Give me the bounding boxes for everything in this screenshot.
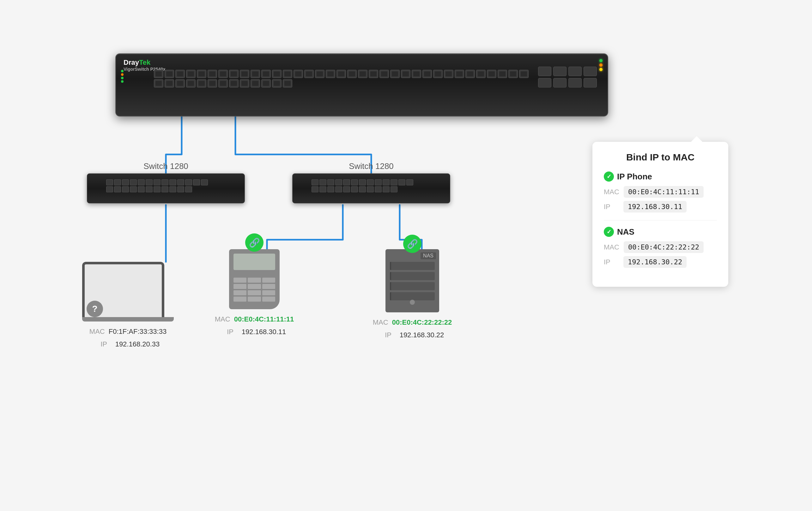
small-switch-1-port-14	[106, 186, 113, 192]
small-switch-1-port-11	[185, 179, 192, 185]
phone-device: 🔗 MAC 00:E0:4C:11:11:11 IP 192.168.30.11	[220, 249, 289, 338]
small-switch-1-port-16	[122, 186, 129, 192]
main-port-9	[240, 70, 249, 78]
small-switch-1-port-3	[122, 179, 129, 185]
small-switch-2-port-15	[319, 186, 326, 192]
small-switch-2-port-20	[359, 186, 366, 192]
main-port-17	[326, 70, 335, 78]
laptop-info: MAC F0:1F:AF:33:33:33 IP 192.168.20.33	[89, 325, 167, 350]
main-port-33	[498, 70, 507, 78]
small-switch-2-port-22	[375, 186, 382, 192]
small-switch-2-port-18	[343, 186, 350, 192]
bind-section-nas: ✓ NAS MAC 00:E0:4C:22:22:22 IP 192.168.3…	[604, 227, 717, 268]
main-port-7	[218, 70, 228, 78]
small-switch-1-port-2	[114, 179, 121, 185]
small-switch-1-port-10	[177, 179, 184, 185]
main-port-23	[390, 70, 400, 78]
main-port-18	[337, 70, 346, 78]
main-port-32	[487, 70, 496, 78]
nas-ip-label: IP	[381, 329, 396, 341]
main-port-35	[519, 70, 529, 78]
main-port-16	[315, 70, 324, 78]
small-switch-1-port-13	[201, 179, 208, 185]
card-divider	[604, 220, 717, 220]
bind-section-nas-title: ✓ NAS	[604, 227, 717, 237]
small-switch-1-port-1	[106, 179, 113, 185]
led-1000	[599, 63, 603, 67]
phone-section-label: IP Phone	[617, 172, 652, 182]
phone-bind-mac-label: MAC	[604, 188, 619, 196]
main-port-19	[347, 70, 357, 78]
sfp-ports	[538, 67, 601, 88]
laptop-base	[82, 317, 174, 322]
switch-left-ports	[106, 179, 213, 192]
nas-mac-row: MAC 00:E0:4C:22:22:22	[604, 241, 717, 253]
nas-section-label: NAS	[617, 227, 634, 237]
main-port-42	[218, 79, 228, 88]
small-switch-1-port-18	[138, 186, 145, 192]
bind-section-phone: ✓ IP Phone MAC 00:E0:4C:11:11:11 IP 192.…	[604, 172, 717, 213]
nas-mac-label: MAC	[373, 316, 388, 329]
main-port-15	[304, 70, 314, 78]
small-switch-2-port-17	[335, 186, 342, 192]
small-switch-1-port-19	[146, 186, 153, 192]
main-port-45	[251, 79, 260, 88]
pwr-led	[121, 80, 123, 83]
phone-keypad	[233, 278, 275, 302]
main-port-29	[455, 70, 464, 78]
laptop-mac-label: MAC	[89, 325, 105, 338]
small-switch-2-port-23	[383, 186, 389, 192]
bind-card-title: Bind IP to MAC	[604, 152, 717, 163]
phone-ip-row: IP 192.168.30.11	[604, 201, 717, 213]
main-port-14	[293, 70, 303, 78]
small-switch-1-port-22	[169, 186, 176, 192]
main-switch: DrayTek VigorSwitch P2540x	[115, 53, 608, 123]
small-switch-2-port-12	[399, 179, 405, 185]
phone-check-icon: ✓	[604, 172, 614, 182]
main-port-44	[240, 79, 249, 88]
small-switch-1-port-17	[130, 186, 137, 192]
small-switch-2-port-6	[351, 179, 358, 185]
nas-label-text: NAS	[420, 252, 436, 259]
laptop-ip-value: 192.168.20.33	[115, 338, 160, 351]
sfp-port-3	[569, 67, 582, 76]
main-port-28	[444, 70, 454, 78]
nas-link-badge: 🔗	[403, 235, 422, 253]
led-10000	[599, 68, 603, 71]
phone-ip-label: IP	[223, 326, 238, 338]
brand-dray: Dray	[123, 58, 139, 66]
main-port-6	[208, 70, 217, 78]
main-port-41	[208, 79, 217, 88]
small-switch-2-port-14	[312, 186, 318, 192]
laptop-device: ? MAC F0:1F:AF:33:33:33 IP 192.168.20.33	[81, 262, 175, 350]
main-port-27	[433, 70, 443, 78]
main-port-43	[229, 79, 238, 88]
sfp-port-2	[553, 67, 567, 76]
main-port-40	[197, 79, 206, 88]
small-switch-1-port-9	[169, 179, 176, 185]
main-port-2	[165, 70, 174, 78]
main-port-3	[175, 70, 185, 78]
monitor-led	[121, 70, 123, 72]
main-port-31	[476, 70, 486, 78]
main-port-11	[261, 70, 271, 78]
main-port-36	[154, 79, 163, 88]
nas-device: NAS 🔗 MAC 00:E0:4C:22:22:22 IP 192.168.3…	[378, 249, 447, 341]
main-port-48	[283, 79, 292, 88]
small-switch-2-port-10	[383, 179, 389, 185]
main-port-39	[186, 79, 196, 88]
small-switch-1-port-6	[146, 179, 153, 185]
main-port-8	[229, 70, 238, 78]
small-switch-1-port-8	[162, 179, 168, 185]
phone-link-badge: 🔗	[245, 233, 263, 252]
nas-bind-mac-label: MAC	[604, 243, 619, 251]
nas-ip-value: 192.168.30.22	[400, 329, 444, 341]
led-10-100	[599, 59, 603, 62]
sfp-port-7	[569, 78, 582, 88]
main-port-10	[251, 70, 260, 78]
switch-left: Switch 1280	[87, 173, 245, 205]
sfp-port-5	[538, 78, 551, 88]
sfp-port-4	[584, 67, 597, 76]
small-switch-2-port-21	[367, 186, 374, 192]
sfp-port-1	[538, 67, 551, 76]
